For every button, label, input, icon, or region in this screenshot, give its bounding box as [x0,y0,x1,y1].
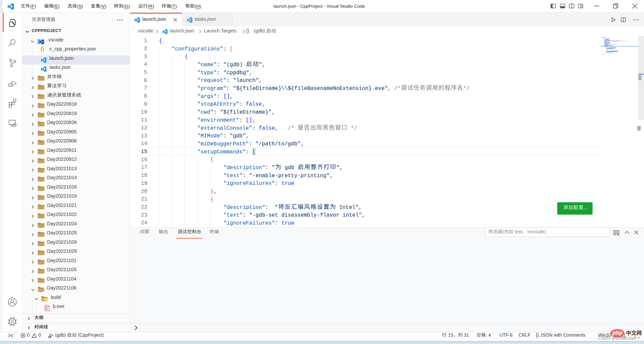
svg-text:[: [ [230,46,233,52]
svg-text:(CppProject): (CppProject) [76,333,103,338]
svg-text:Day20220826: Day20220826 [47,120,77,125]
svg-text:,: , [359,204,362,210]
svg-text:false: false [259,125,275,131]
svg-text:12: 12 [141,125,147,131]
svg-text::: : [226,78,230,84]
svg-text:4: 4 [144,62,147,68]
svg-text:,: , [262,62,265,68]
svg-text:"environment": "environment" [197,117,239,123]
svg-text:Day20221025: Day20221025 [47,230,77,236]
svg-text:,: , [246,133,249,139]
svg-text::: : [239,101,243,107]
svg-text:Day20220818: Day20220818 [47,102,77,107]
svg-text:Day20220906: Day20220906 [47,138,77,144]
svg-text:Day20220819: Day20220819 [47,111,77,116]
svg-text:Day20221022: Day20221022 [47,212,77,217]
svg-text:18: 18 [141,173,147,179]
svg-text:!exclude): !exclude) [527,229,546,234]
svg-text:24: 24 [141,220,147,226]
svg-text:CSDN @DreamSelf: CSDN @DreamSelf [598,336,636,341]
svg-text:build: build [51,295,61,300]
svg-text:": " [336,165,340,171]
svg-text:launch.json: launch.json [170,28,194,33]
svg-text:,: , [259,78,262,84]
svg-text:,: , [330,173,333,179]
svg-text:"externalConsole": "externalConsole" [197,125,252,131]
svg-text:Day20221028: Day20221028 [47,239,77,245]
svg-text:*/: */ [347,125,357,131]
svg-text:true: true [281,220,294,226]
svg-text:(V): (V) [100,4,106,9]
svg-text::: : [226,86,230,92]
svg-text:"-enable-pretty-printing": "-enable-pretty-printing" [249,173,330,179]
svg-text:/*: /* [394,86,401,92]
svg-text::: : [265,204,268,210]
svg-text:9: 9 [144,101,147,107]
svg-text:Day20221013: Day20221013 [47,166,77,171]
svg-text::: : [275,220,278,226]
svg-text:"ignoreFailures": "ignoreFailures" [223,181,275,187]
svg-text:(E): (E) [53,4,59,9]
svg-text::: : [246,149,249,155]
svg-text:Day20221021: Day20221021 [47,203,77,208]
svg-text:Day20221103: Day20221103 [47,267,76,272]
svg-text:"(gdb): "(gdb) [223,62,246,68]
svg-text:(T): (T) [171,4,177,9]
svg-text:,: , [214,189,217,195]
svg-text:CRLF: CRLF [518,333,530,338]
svg-text:php: php [612,330,623,335]
svg-text:.vscode: .vscode [47,37,63,42]
svg-text:{}: {} [246,28,249,33]
svg-text:}: } [210,189,214,195]
svg-text:3: 3 [144,53,147,60]
svg-text:,: , [340,165,343,171]
svg-text:6: 6 [144,77,147,83]
svg-text:[: [ [252,149,256,155]
svg-text:1: 1 [144,38,147,44]
svg-text::: : [243,212,246,218]
svg-text:{: { [210,157,214,163]
svg-text::: : [223,133,227,139]
svg-text:"stopAtEntry": "stopAtEntry" [197,101,239,107]
svg-text:,: , [301,141,304,147]
svg-text:": " [272,165,275,171]
svg-text:"setupCommands": "setupCommands" [197,149,246,155]
svg-text:Day20221101: Day20221101 [47,258,76,263]
svg-text:14: 14 [141,141,147,147]
svg-text:"text": "text" [223,212,243,218]
svg-text:b.exe: b.exe [53,304,64,309]
svg-text:10: 10 [141,109,147,115]
svg-text:Day20220905: Day20220905 [47,129,77,134]
svg-text:,: , [362,212,365,218]
svg-text:,: , [249,70,252,76]
svg-text::: : [275,181,278,187]
svg-text:Day20221029: Day20221029 [47,249,77,254]
svg-text:launch.json: launch.json [142,16,166,22]
svg-text:0: 0 [38,333,41,338]
svg-text:Day20221106: Day20221106 [47,285,76,291]
svg-text::: : [217,70,220,76]
svg-text:launch.json: launch.json [49,55,73,61]
svg-text:23: 23 [141,212,147,218]
svg-text:5: 5 [144,70,147,76]
svg-text:"/path/to/gdb": "/path/to/gdb" [255,141,300,147]
svg-text:Day20221014: Day20221014 [47,175,77,181]
svg-text:,: , [275,125,278,131]
svg-text:UTF-8: UTF-8 [499,333,512,338]
svg-text:Day20221016: Day20221016 [47,184,77,190]
svg-text:22: 22 [141,204,147,210]
svg-text:"-gdb-set disassembly-flavor i: "-gdb-set disassembly-flavor intel" [249,212,362,218]
svg-text:/*: /* [288,125,297,131]
svg-text:tasks.json: tasks.json [195,16,216,22]
svg-text:21: 21 [141,196,147,202]
svg-text::: : [243,173,246,179]
svg-text:"request": "request" [197,78,226,84]
svg-text::: : [249,141,252,147]
svg-text:"cwd": "cwd" [197,109,213,115]
svg-text::: : [214,109,217,115]
svg-text:(S): (S) [77,4,83,9]
svg-text:15: 15 [447,333,453,338]
svg-text::: : [265,165,268,171]
svg-text:": " [275,204,278,210]
svg-text:13: 13 [141,133,147,139]
